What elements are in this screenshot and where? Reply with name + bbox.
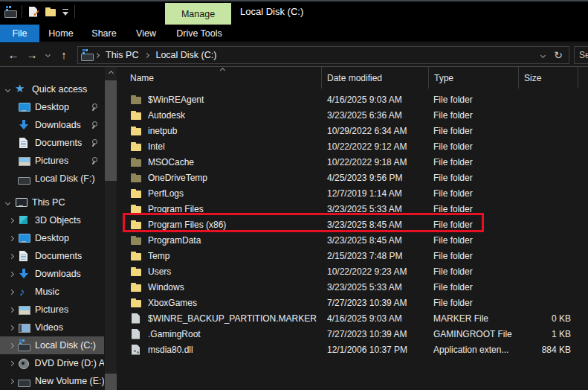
new-folder-icon[interactable]	[45, 6, 56, 18]
column-header-type[interactable]: Type	[429, 67, 519, 89]
sidebar-item-desktop[interactable]: Desktop	[0, 98, 104, 116]
file-date-modified: 10/22/2022 9:12 AM	[322, 138, 429, 154]
file-size	[519, 107, 578, 123]
star-icon	[15, 83, 27, 95]
chevron-right-icon[interactable]	[9, 235, 14, 240]
sidebar-item-dvd-drive-d-au[interactable]: DVD Drive (D:) AU	[0, 354, 104, 372]
file-type: File folder	[429, 138, 519, 154]
sidebar-item-documents[interactable]: Documents	[0, 247, 104, 265]
chevron-right-icon[interactable]	[9, 342, 14, 348]
column-header-name[interactable]: Name	[120, 67, 322, 89]
search-input[interactable]: Se	[574, 46, 588, 64]
scroll-up-icon[interactable]	[105, 67, 117, 79]
sidebar-section-quick-access[interactable]: Quick access	[0, 80, 104, 98]
table-row-xboxgames[interactable]: XboxGames 7/27/2023 10:39 AM File folder	[120, 295, 588, 310]
breadcrumb-segment-this-pc[interactable]: This PC	[101, 50, 143, 60]
drive-icon[interactable]	[4, 6, 16, 18]
sidebar-item-videos[interactable]: Videos	[0, 319, 104, 336]
sidebar-item-pictures[interactable]: Pictures	[0, 152, 104, 170]
sort-ascending-icon	[220, 68, 225, 73]
history-dropdown-icon[interactable]	[42, 43, 53, 65]
table-row-gamingroot[interactable]: .GamingRoot 7/27/2023 10:39 AM GAMINGROO…	[120, 326, 588, 342]
chevron-right-icon[interactable]	[9, 325, 14, 330]
chevron-down-icon[interactable]	[5, 86, 10, 92]
sidebar-item-desktop[interactable]: Desktop	[0, 229, 104, 247]
column-header-date-modified[interactable]: Date modified	[322, 67, 429, 89]
properties-check-icon[interactable]	[28, 6, 39, 18]
folder-icon	[130, 109, 142, 121]
file-name: .GamingRoot	[120, 326, 322, 342]
video-icon	[18, 322, 30, 333]
sidebar-item-downloads[interactable]: Downloads	[0, 116, 104, 134]
file-type: File folder	[429, 123, 519, 138]
chevron-down-icon[interactable]	[5, 199, 10, 205]
address-dropdown-icon[interactable]	[540, 52, 546, 57]
breadcrumb-segment-local-disk-c[interactable]: Local Disk (C:)	[151, 50, 221, 60]
pin-icon	[91, 103, 98, 111]
tab-home[interactable]: Home	[39, 25, 83, 42]
file-date-modified: 12/1/2006 10:37 PM	[322, 342, 429, 357]
sidebar-item-local-disk-c[interactable]: Local Disk (C:)	[0, 336, 104, 354]
sidebar-item-local-disk-f[interactable]: Local Disk (F:)	[0, 170, 104, 188]
table-row-winre-backup-partition-marker[interactable]: $WINRE_BACKUP_PARTITION.MARKER 4/16/2025…	[120, 310, 588, 326]
folder-icon	[130, 281, 142, 293]
table-row-program-files[interactable]: Program Files 3/23/2025 5:33 AM File fol…	[120, 201, 588, 217]
scroll-down-button[interactable]	[105, 374, 117, 390]
chevron-right-icon[interactable]	[9, 289, 14, 294]
column-header-size[interactable]: Size	[519, 67, 578, 89]
tab-view[interactable]: View	[126, 25, 167, 42]
sidebar-item-music[interactable]: Music	[0, 283, 104, 301]
sidebar-scrollbar[interactable]	[105, 67, 117, 390]
table-row-onedrivetemp[interactable]: OneDriveTemp 4/25/2023 9:56 PM File fold…	[120, 170, 588, 185]
chevron-right-icon[interactable]	[9, 361, 14, 366]
sidebar-item-documents[interactable]: Documents	[0, 134, 104, 152]
table-row-temp[interactable]: Temp 2/15/2023 7:48 PM File folder	[120, 248, 588, 263]
forward-button[interactable]: →	[25, 43, 39, 65]
table-row-perflogs[interactable]: PerfLogs 12/7/2019 1:14 AM File folder	[120, 185, 588, 201]
tab-drive-tools[interactable]: Drive Tools	[167, 25, 232, 42]
file-name: $WinREAgent	[120, 92, 322, 107]
tab-share[interactable]: Share	[83, 25, 126, 42]
scrollbar-thumb[interactable]	[105, 80, 117, 181]
table-row-programdata[interactable]: ProgramData 3/23/2025 8:45 AM File folde…	[120, 232, 588, 248]
sidebar-item-new-volume-e[interactable]: New Volume (E:)	[0, 372, 104, 390]
breadcrumb-chevron-icon[interactable]	[144, 52, 149, 57]
table-row-winreagent[interactable]: $WinREAgent 4/16/2025 9:03 AM File folde…	[120, 92, 588, 107]
file-size: 1 KB	[519, 326, 578, 342]
table-row-msdia80-dll[interactable]: msdia80.dll 12/1/2006 10:37 PM Applicati…	[120, 342, 588, 357]
sidebar-item-3d-objects[interactable]: 3D Objects	[0, 211, 104, 229]
manage-tab[interactable]: Manage	[165, 3, 231, 25]
table-row-windows[interactable]: Windows 3/23/2025 5:33 AM File folder	[120, 279, 588, 295]
table-row-msocache[interactable]: MSOCache 10/22/2022 9:18 AM File folder	[120, 154, 588, 170]
table-row-program-files-x86[interactable]: Program Files (x86) 3/23/2025 8:45 AM Fi…	[120, 217, 588, 232]
drive-icon	[18, 375, 30, 387]
chevron-right-icon[interactable]	[9, 217, 14, 223]
sidebar-item-downloads[interactable]: Downloads	[0, 265, 104, 283]
folder-icon	[130, 125, 142, 137]
table-row-inetpub[interactable]: inetpub 10/29/2022 6:34 AM File folder	[120, 123, 588, 138]
table-row-users[interactable]: Users 10/22/2022 9:23 AM File folder	[120, 263, 588, 279]
breadcrumb-chevron-icon[interactable]	[94, 52, 100, 57]
back-button[interactable]: ←	[6, 43, 21, 65]
cube-icon	[18, 214, 30, 226]
file-name: msdia80.dll	[120, 342, 322, 357]
breadcrumb[interactable]: This PCLocal Disk (C:) ↻	[77, 46, 569, 64]
tab-file[interactable]: File	[0, 25, 39, 42]
table-row-intel[interactable]: Intel 10/22/2022 9:12 AM File folder	[120, 138, 588, 154]
chevron-right-icon[interactable]	[9, 271, 14, 276]
file-type: File folder	[429, 170, 519, 185]
refresh-icon[interactable]: ↻	[554, 49, 563, 61]
sidebar-section-this-pc[interactable]: This PC	[0, 194, 104, 211]
document-icon	[18, 250, 30, 262]
customize-toolbar-icon[interactable]	[62, 6, 69, 18]
chevron-right-icon[interactable]	[9, 307, 14, 312]
sidebar-item-pictures[interactable]: Pictures	[0, 301, 104, 319]
table-row-autodesk[interactable]: Autodesk 3/23/2025 6:36 AM File folder	[120, 107, 588, 123]
chevron-right-icon[interactable]	[9, 378, 14, 383]
folder-icon	[130, 141, 142, 153]
folder-icon	[130, 250, 142, 262]
up-button[interactable]: ↑	[56, 43, 71, 65]
chevron-right-icon[interactable]	[9, 253, 14, 258]
file-name: PerfLogs	[120, 185, 322, 201]
file-type: File folder	[429, 154, 519, 170]
